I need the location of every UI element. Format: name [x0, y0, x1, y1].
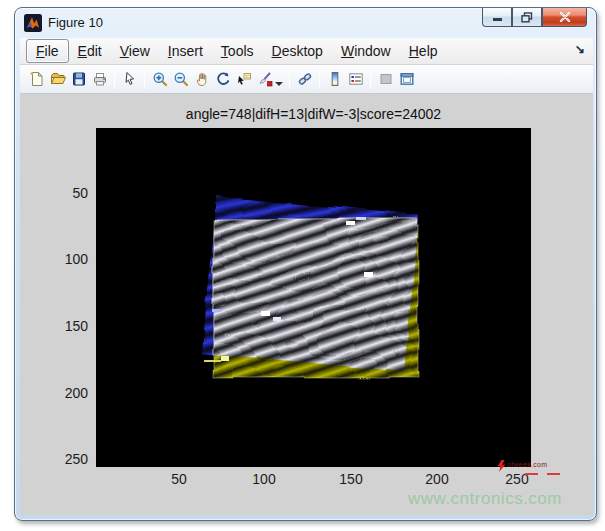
edit-plot-button[interactable] [119, 68, 140, 90]
toolbar-separator [114, 69, 115, 89]
restore-button[interactable] [512, 8, 542, 27]
menu-help[interactable]: Help [400, 40, 447, 62]
plot-title: angle=748|difH=13|difW=-3|score=24002 [96, 106, 531, 122]
data-cursor-icon [236, 71, 252, 87]
zoom-in-button[interactable] [149, 68, 170, 90]
figure-canvas: angle=748|difH=13|difW=-3|score=24002 [20, 94, 593, 515]
insert-colorbar-button[interactable] [324, 68, 345, 90]
colorbar-icon [327, 71, 343, 87]
open-file-button[interactable] [47, 68, 68, 90]
pointer-arrow-icon [122, 71, 138, 87]
title-bar: Figure 10 [15, 8, 596, 38]
hide-plot-tools-button[interactable] [375, 68, 396, 90]
rotate-3d-button[interactable] [212, 68, 233, 90]
hide-plot-tools-icon [378, 71, 394, 87]
brush-data-button[interactable] [254, 68, 275, 90]
menu-file[interactable]: File [26, 39, 69, 63]
figure-toolbar [20, 65, 593, 94]
toolbar-separator [144, 69, 145, 89]
y-tick-label: 50 [48, 185, 88, 201]
registration-overlay-image [96, 128, 531, 467]
rotate-3d-icon [215, 71, 231, 87]
y-tick-label: 250 [48, 451, 88, 467]
open-folder-icon [50, 71, 66, 87]
matlab-icon [24, 14, 42, 32]
caption-buttons [482, 8, 587, 27]
y-tick-label: 100 [48, 251, 88, 267]
brush-dropdown-caret-icon[interactable] [275, 82, 283, 86]
insert-legend-button[interactable] [345, 68, 366, 90]
data-cursor-button[interactable] [233, 68, 254, 90]
toolbar-separator [289, 69, 290, 89]
toolbar-separator [370, 69, 371, 89]
show-plot-tools-icon [399, 71, 415, 87]
y-tick-label: 200 [48, 385, 88, 401]
y-tick-label: 150 [48, 318, 88, 334]
show-plot-tools-button[interactable] [396, 68, 417, 90]
close-button[interactable] [542, 8, 587, 27]
screenshot-root: Figure 10 [0, 0, 605, 531]
x-tick-label: 150 [326, 471, 376, 487]
red-dash [525, 473, 538, 475]
pan-button[interactable] [191, 68, 212, 90]
menu-tools[interactable]: Tools [212, 40, 263, 62]
menu-insert[interactable]: Insert [159, 40, 212, 62]
red-logo-text: ofweek.com [507, 461, 547, 468]
x-tick-label: 50 [154, 471, 204, 487]
close-icon [559, 12, 571, 22]
brush-icon [257, 71, 273, 87]
save-figure-button[interactable] [68, 68, 89, 90]
new-document-icon [29, 71, 45, 87]
link-plot-button[interactable] [294, 68, 315, 90]
hand-pan-icon [194, 71, 210, 87]
window-title: Figure 10 [48, 15, 103, 30]
minimize-button[interactable] [482, 8, 512, 27]
menu-view[interactable]: View [111, 40, 159, 62]
menu-desktop[interactable]: Desktop [263, 40, 332, 62]
legend-icon [348, 71, 364, 87]
menu-window[interactable]: Window [332, 40, 400, 62]
minimize-icon [492, 13, 503, 22]
site-watermark: www.cntronics.com [408, 489, 562, 509]
x-tick-label: 200 [412, 471, 462, 487]
save-floppy-icon [71, 71, 87, 87]
red-logo-watermark: ofweek.com [497, 460, 587, 480]
menu-overflow-arrow-icon[interactable]: ↘ [575, 42, 585, 56]
print-figure-button[interactable] [89, 68, 110, 90]
red-bolt-icon [497, 460, 506, 472]
menu-bar: File Edit View Insert Tools Desktop Wind… [20, 38, 593, 65]
zoom-out-button[interactable] [170, 68, 191, 90]
chain-link-icon [297, 71, 313, 87]
x-tick-label: 100 [239, 471, 289, 487]
restore-icon [521, 12, 533, 23]
toolbar-separator [319, 69, 320, 89]
figure-window: Figure 10 [14, 7, 597, 521]
new-figure-button[interactable] [26, 68, 47, 90]
red-dash [547, 473, 560, 475]
printer-icon [92, 71, 108, 87]
menu-edit[interactable]: Edit [69, 40, 111, 62]
axes-image [96, 128, 531, 467]
zoom-in-icon [152, 71, 168, 87]
zoom-out-icon [173, 71, 189, 87]
